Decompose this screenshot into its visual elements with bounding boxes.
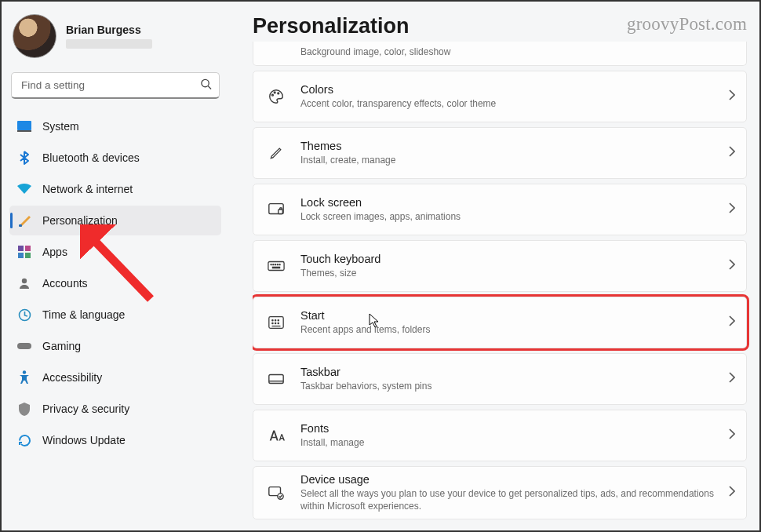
palette-icon [264,88,288,105]
apps-icon [17,245,31,259]
sidebar-item-accounts[interactable]: Accounts [9,268,221,298]
sidebar-item-label: Gaming [42,340,81,352]
svg-point-29 [272,322,273,323]
taskbar-icon [264,373,288,385]
profile-block[interactable]: Brian Burgess [8,9,223,69]
card-title: Touch keyboard [300,253,716,265]
bluetooth-icon [17,151,31,165]
sidebar-item-privacy[interactable]: Privacy & security [9,394,221,424]
chevron-right-icon [729,486,735,500]
svg-rect-33 [269,375,283,384]
svg-point-14 [274,92,275,93]
sidebar-item-label: Network & internet [42,183,133,195]
card-subtitle: Background image, color, slideshow [300,46,450,57]
svg-point-9 [22,279,27,283]
sidebar-item-label: Windows Update [42,434,126,446]
watermark-text: groovyPost.com [627,14,752,35]
card-fonts[interactable]: Fonts Install, manage [253,410,747,461]
card-taskbar[interactable]: Taskbar Taskbar behaviors, system pins [253,353,747,405]
chevron-right-icon [729,146,735,160]
card-subtitle: Accent color, transparency effects, colo… [300,97,716,110]
sidebar-item-label: Accounts [42,277,88,290]
profile-name: Brian Burgess [66,24,152,36]
paintbrush-icon [17,213,31,228]
card-background-partial[interactable]: Background image, color, slideshow [253,42,747,66]
card-device-usage[interactable]: Device usage Select all the ways you pla… [253,466,747,519]
sidebar-item-label: Personalization [42,214,118,227]
card-start[interactable]: Start Recent apps and items, folders [253,297,747,348]
sidebar-nav: System Bluetooth & devices Network & int… [8,111,223,455]
svg-point-15 [278,93,279,94]
svg-point-19 [271,264,271,265]
svg-rect-24 [272,267,279,268]
shield-icon [17,402,31,416]
chevron-right-icon [729,89,735,104]
svg-point-13 [272,94,274,96]
card-title: Device usage [300,473,716,486]
sidebar-item-personalization[interactable]: Personalization [9,206,221,235]
chevron-right-icon [729,315,735,330]
svg-point-21 [275,264,276,265]
system-icon [17,119,31,133]
svg-rect-18 [268,262,284,271]
sidebar-item-update[interactable]: Windows Update [9,425,221,455]
update-icon [17,433,31,447]
svg-point-26 [272,320,273,321]
card-lock-screen[interactable]: Lock screen Lock screen images, apps, an… [253,184,747,235]
start-menu-icon [264,315,288,330]
sidebar-item-network[interactable]: Network & internet [9,174,221,204]
card-subtitle: Recent apps and items, folders [300,323,716,336]
card-title: Colors [300,83,716,96]
card-subtitle: Select all the ways you plan to use your… [300,487,716,512]
settings-app: Brian Burgess System [2,2,759,530]
svg-line-1 [208,86,211,89]
svg-point-20 [273,264,274,265]
card-title: Themes [300,140,716,152]
sidebar-item-apps[interactable]: Apps [9,237,221,267]
svg-point-12 [23,370,26,373]
sidebar-item-time[interactable]: Time & language [9,300,221,330]
fonts-icon [264,428,288,443]
sidebar-item-label: Apps [42,246,67,258]
sidebar-item-gaming[interactable]: Gaming [9,331,221,361]
sidebar: Brian Burgess System [2,2,229,530]
svg-rect-8 [25,253,31,258]
sidebar-item-label: Time & language [42,308,125,321]
main-pane: Personalization groovyPost.com Backgroun… [229,2,759,530]
svg-point-22 [277,264,278,265]
globe-clock-icon [17,308,31,322]
card-colors[interactable]: Colors Accent color, transparency effect… [253,71,747,122]
svg-rect-17 [279,210,283,214]
keyboard-icon [264,261,288,271]
svg-point-30 [275,322,275,323]
svg-rect-6 [25,246,31,251]
lock-screen-icon [264,202,288,217]
chevron-right-icon [729,372,735,386]
avatar [13,14,56,58]
sidebar-item-label: Privacy & security [42,403,129,415]
svg-point-28 [278,320,279,321]
sidebar-item-label: Bluetooth & devices [42,151,140,164]
svg-point-27 [275,320,275,321]
svg-rect-7 [18,253,24,258]
accessibility-icon [17,370,31,384]
card-themes[interactable]: Themes Install, create, manage [253,127,747,179]
sidebar-item-accessibility[interactable]: Accessibility [9,363,221,392]
card-subtitle: Themes, size [300,267,716,279]
chevron-right-icon [729,259,735,273]
card-subtitle: Lock screen images, apps, animations [300,210,716,223]
wifi-icon [17,182,31,196]
person-icon [17,276,31,290]
chevron-right-icon [729,428,735,443]
card-touch-keyboard[interactable]: Touch keyboard Themes, size [253,240,747,292]
svg-rect-2 [17,121,31,130]
page-title: Personalization [253,14,410,38]
svg-point-23 [279,264,280,265]
search-input[interactable] [11,72,220,99]
sidebar-item-bluetooth[interactable]: Bluetooth & devices [9,143,221,173]
sidebar-item-system[interactable]: System [9,111,221,141]
search-wrap [11,72,220,99]
profile-email-redacted [66,39,152,49]
chevron-right-icon [729,202,735,217]
svg-rect-5 [18,246,24,251]
